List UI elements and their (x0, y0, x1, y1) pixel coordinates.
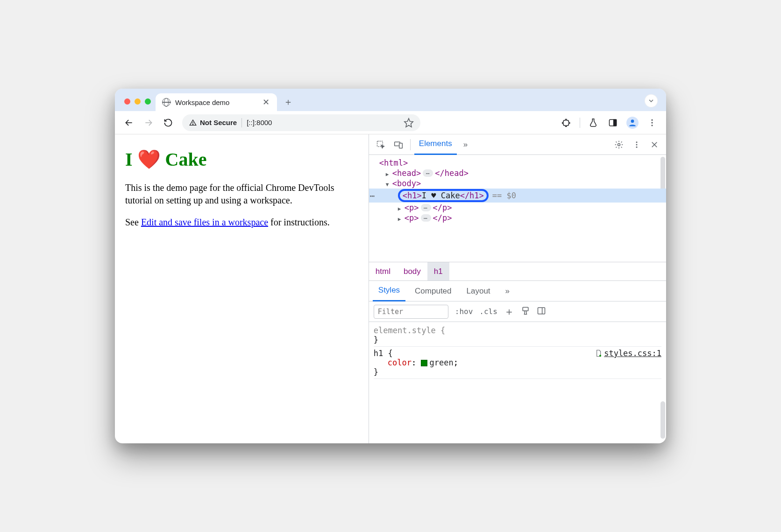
inspect-element-icon[interactable] (373, 137, 389, 153)
svg-point-16 (636, 144, 638, 145)
tab-styles[interactable]: Styles (373, 281, 405, 301)
devtools-panel: Elements » <html> <head>⋯</head> <body> (369, 134, 666, 443)
dom-node-p[interactable]: <p>⋯</p> (369, 213, 666, 223)
tab-layout[interactable]: Layout (461, 281, 496, 301)
page-heading: I ❤️ Cake (125, 148, 358, 170)
css-prop-name[interactable]: color (388, 358, 412, 367)
page-link[interactable]: Edit and save files in a workspace (141, 217, 268, 227)
ellipsis-icon[interactable]: ⋯ (421, 214, 431, 222)
security-chip[interactable]: Not Secure (189, 119, 237, 126)
svg-rect-6 (614, 119, 617, 126)
scrollbar[interactable] (660, 401, 665, 439)
side-panel-button[interactable] (604, 114, 621, 131)
svg-point-15 (636, 141, 638, 143)
expand-icon[interactable] (386, 168, 392, 178)
dom-node-h1-selected[interactable]: ⋯ <h1>I ♥ Cake</h1> == $0 (369, 189, 666, 203)
kebab-icon[interactable] (629, 137, 645, 153)
new-style-rule-icon[interactable]: ＋ (504, 305, 514, 319)
tab-strip: Workspace demo ✕ ＋ (115, 89, 666, 111)
styles-rules[interactable]: element.style { } styles.css:1 h1 { colo… (369, 322, 666, 443)
dom-breadcrumbs: html body h1 (369, 262, 666, 281)
expand-icon[interactable] (398, 213, 405, 223)
page-paragraph-2: See Edit and save files in a workspace f… (125, 216, 358, 229)
bookmark-icon[interactable] (404, 118, 414, 128)
page-viewport: I ❤️ Cake This is the demo page for the … (115, 134, 369, 443)
rule-element-style[interactable]: element.style { } (374, 324, 661, 347)
crumb-h1[interactable]: h1 (427, 262, 449, 280)
new-tab-button[interactable]: ＋ (281, 94, 296, 109)
tab-title: Workspace demo (175, 98, 256, 106)
close-devtools-icon[interactable] (646, 137, 662, 153)
window-controls (121, 98, 156, 111)
crumb-body[interactable]: body (397, 262, 427, 280)
tab-overflow-button[interactable] (645, 94, 658, 107)
row-actions-icon[interactable]: ⋯ (370, 191, 376, 201)
divider (580, 118, 580, 128)
highlight-ring: <h1>I ♥ Cake</h1> (398, 189, 489, 202)
back-button[interactable] (121, 114, 137, 131)
close-tab-icon[interactable]: ✕ (261, 97, 271, 107)
extensions-button[interactable] (558, 114, 575, 131)
avatar-icon (626, 117, 639, 129)
svg-point-7 (631, 119, 634, 123)
styles-tools: :hov .cls ＋ (369, 301, 666, 322)
svg-marker-4 (405, 118, 413, 126)
svg-point-23 (599, 355, 601, 357)
svg-rect-13 (399, 143, 402, 148)
ellipsis-icon[interactable]: ⋯ (423, 169, 433, 177)
dom-node-p[interactable]: <p>⋯</p> (369, 203, 666, 213)
close-window-icon[interactable] (124, 98, 130, 105)
tab-elements[interactable]: Elements (414, 134, 457, 155)
warning-icon (189, 119, 197, 126)
forward-button[interactable] (140, 114, 157, 131)
file-icon (595, 349, 602, 357)
page-paragraph-1: This is the demo page for the official C… (125, 182, 358, 207)
labs-button[interactable] (585, 114, 602, 131)
dom-node-body[interactable]: <body> (369, 178, 666, 189)
dom-tree[interactable]: <html> <head>⋯</head> <body> ⋯ <h1>I ♥ C… (369, 155, 666, 262)
zoom-window-icon[interactable] (145, 98, 151, 105)
ellipsis-icon[interactable]: ⋯ (421, 204, 431, 211)
crumb-html[interactable]: html (369, 262, 397, 280)
computed-sidebar-icon[interactable] (537, 306, 546, 317)
browser-window: Workspace demo ✕ ＋ Not Secure [::]:8000 (115, 89, 666, 443)
tab-overflow[interactable]: » (500, 281, 515, 301)
rule-h1[interactable]: styles.css:1 h1 { color: green; } (374, 347, 661, 379)
globe-icon (162, 98, 170, 106)
color-swatch-icon[interactable] (421, 360, 427, 366)
browser-tab[interactable]: Workspace demo ✕ (156, 93, 277, 111)
svg-point-14 (618, 143, 620, 146)
minimize-window-icon[interactable] (135, 98, 141, 105)
svg-rect-21 (538, 308, 545, 314)
device-toolbar-icon[interactable] (390, 137, 406, 153)
tab-computed[interactable]: Computed (409, 281, 457, 301)
collapse-icon[interactable] (386, 179, 392, 188)
styles-tabbar: Styles Computed Layout » (369, 281, 666, 301)
reload-button[interactable] (160, 114, 177, 131)
svg-point-8 (651, 119, 653, 120)
divider (410, 139, 411, 150)
cls-toggle[interactable]: .cls (479, 307, 497, 316)
address-bar[interactable]: Not Secure [::]:8000 (182, 114, 420, 131)
dom-node-html[interactable]: <html> (369, 158, 666, 168)
menu-button[interactable] (644, 114, 660, 131)
security-label: Not Secure (200, 119, 237, 126)
paint-brush-icon[interactable] (521, 306, 530, 317)
profile-button[interactable] (624, 114, 641, 131)
styles-filter-input[interactable] (374, 305, 448, 319)
url-text: [::]:8000 (247, 119, 272, 126)
divider (241, 118, 242, 127)
svg-point-10 (651, 125, 653, 126)
browser-toolbar: Not Secure [::]:8000 (115, 111, 666, 134)
source-link[interactable]: styles.css:1 (595, 349, 661, 358)
settings-icon[interactable] (611, 137, 627, 153)
hov-toggle[interactable]: :hov (455, 307, 473, 316)
svg-point-17 (636, 146, 638, 147)
tab-overflow[interactable]: » (459, 134, 472, 155)
dom-node-head[interactable]: <head>⋯</head> (369, 168, 666, 178)
content-area: I ❤️ Cake This is the demo page for the … (115, 134, 666, 443)
svg-point-3 (192, 124, 193, 124)
expand-icon[interactable] (398, 203, 405, 212)
svg-point-9 (651, 122, 653, 123)
css-prop-value[interactable]: green (429, 358, 453, 367)
